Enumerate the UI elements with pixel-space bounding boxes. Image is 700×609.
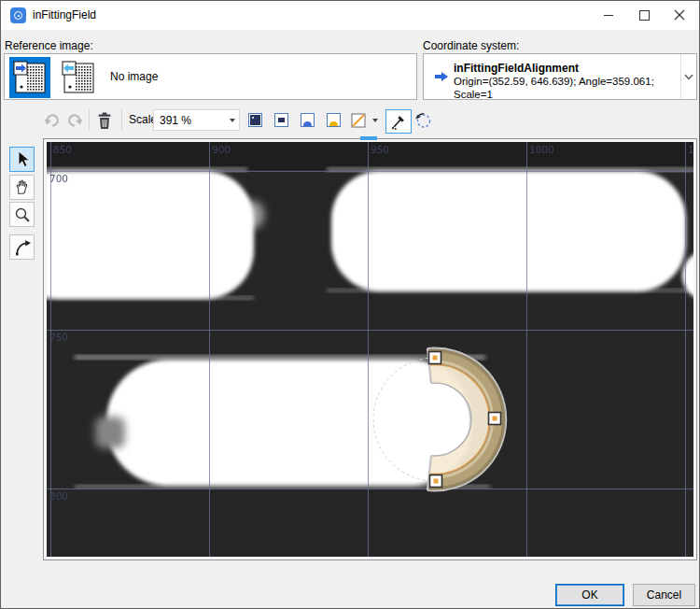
coordinate-details: Origin=(352.59, 646.639); Angle=359.061;… [454,75,678,101]
ok-button[interactable]: OK [555,584,624,606]
delete-button[interactable] [93,109,116,131]
selection-handle-right[interactable] [489,413,501,425]
image-left-arrow-icon [62,61,95,94]
selection-handle-top[interactable] [429,352,441,364]
reference-thumb-no-image[interactable] [58,57,99,98]
rotate-icon [414,111,433,130]
image-right-arrow-icon [13,61,47,94]
y-tick-750: 750 [49,332,68,343]
image-canvas[interactable]: 850 900 950 1000 1050 700 750 800 [47,142,693,557]
redo-icon [66,113,83,128]
reference-image-panel: No image [4,53,417,100]
fit-selection-icon [327,113,341,127]
title-bar: inFittingField [1,1,699,30]
arc-tool-button[interactable] [9,234,35,260]
y-tick-800: 800 [49,490,68,502]
cursor-arrow-icon [14,150,31,168]
x-tick-950: 950 [371,144,389,155]
fit-width-icon [301,113,315,127]
coordinate-name: inFittingFieldAlignment [454,63,678,75]
chevron-down-icon [684,74,693,80]
trash-icon [97,112,112,129]
magnifier-icon [14,206,31,223]
rotate-tool-button[interactable] [413,109,435,132]
minimize-icon [604,15,613,16]
scale-value: 391 % [160,114,191,127]
no-background-button[interactable] [349,109,368,131]
background-dropdown-button[interactable] [370,109,381,131]
selection-handle-bottom[interactable] [430,475,442,488]
no-background-icon [351,113,366,128]
coordinate-system-select[interactable]: inFittingFieldAlignment Origin=(352.59, … [423,53,697,100]
zoom-actual-size-button[interactable] [271,109,292,131]
undo-button[interactable] [42,109,63,131]
focus-indicator [360,136,377,140]
zoom-fit-icon [248,113,262,127]
minimize-button[interactable] [591,1,626,29]
coordinate-dropdown-button[interactable] [680,54,696,99]
pin-icon [390,113,407,130]
pin-tool-button[interactable] [385,109,412,134]
dialog-window: inFittingField Reference image: [0,0,700,609]
x-tick-1050: 1050 [688,144,693,155]
hand-icon [13,178,31,196]
maximize-icon [639,10,650,21]
y-tick-700: 700 [49,173,68,184]
dropdown-caret-icon [372,119,378,122]
fit-width-button[interactable] [297,109,318,131]
microscopy-image [47,142,693,557]
zoom-tool-button[interactable] [9,202,35,227]
coordinate-system-label: Coordinate system: [423,39,519,52]
x-tick-1000: 1000 [529,144,554,155]
app-icon [10,7,26,23]
canvas-frame: 850 900 950 1000 1050 700 750 800 [43,138,697,560]
close-button[interactable] [662,1,697,29]
zoom-actual-size-icon [274,113,288,127]
canvas-toolbar: Scale: 391 % [1,106,699,135]
close-icon [662,1,697,29]
redo-button[interactable] [64,109,85,131]
zoom-fit-button[interactable] [245,109,266,131]
maximize-button[interactable] [626,1,662,29]
reference-thumb-selected[interactable] [9,57,50,98]
no-image-text: No image [110,70,158,83]
undo-icon [44,113,61,128]
fit-selection-button[interactable] [323,109,344,131]
scale-dropdown-icon[interactable] [230,119,235,122]
pan-tool-button[interactable] [9,175,35,200]
scale-combobox[interactable]: 391 % [153,109,240,131]
reference-image-label: Reference image: [5,39,93,52]
cancel-button[interactable]: Cancel [633,584,695,606]
curve-arc-icon [13,238,32,257]
x-tick-850: 850 [53,144,72,155]
pointer-tool-button[interactable] [9,147,35,172]
x-tick-900: 900 [212,144,231,155]
coordinate-arrow-icon [435,71,448,82]
window-title: inFittingField [33,1,96,30]
